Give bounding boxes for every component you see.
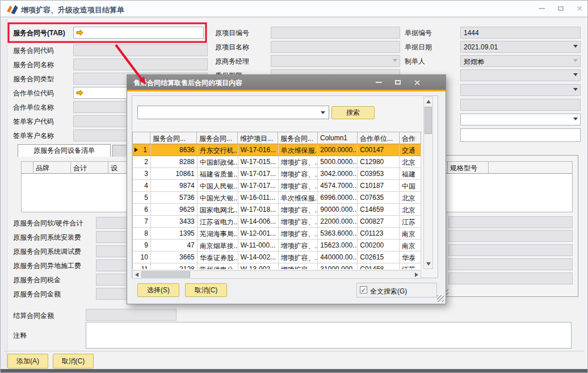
- grid-cell[interactable]: 增项扩容、...: [279, 180, 318, 192]
- middle-field-input-1[interactable]: [271, 41, 400, 53]
- grid-cell[interactable]: 7: [133, 216, 151, 228]
- grid-cell[interactable]: 增项扩容、...: [279, 168, 318, 180]
- dialog-close-button[interactable]: ✕: [410, 77, 425, 87]
- grid-cell[interactable]: 5736: [151, 192, 198, 204]
- column-header[interactable]: 合计: [71, 161, 108, 174]
- grid-cell[interactable]: 6: [133, 204, 151, 216]
- grid-cell[interactable]: W-11-000...: [238, 240, 279, 252]
- settlement-amount-field[interactable]: [86, 309, 177, 321]
- grid-cell[interactable]: 1: [133, 144, 151, 156]
- grid-cell[interactable]: 江苏: [400, 263, 421, 269]
- column-header[interactable]: 服务合同...: [197, 132, 238, 144]
- right-detail-input-3[interactable]: [448, 258, 573, 270]
- grid-cell[interactable]: 5000.0000...: [318, 156, 358, 168]
- vertical-scrollbar[interactable]: [423, 97, 433, 269]
- grid-cell[interactable]: 3042.0000...: [318, 168, 358, 180]
- grid-cell[interactable]: 2128: [151, 263, 198, 269]
- column-header[interactable]: Column1: [318, 132, 358, 144]
- grid-cell[interactable]: 9629: [151, 204, 198, 216]
- grid-cell[interactable]: 交通: [400, 144, 421, 156]
- grid-cell[interactable]: C03953: [358, 168, 400, 180]
- column-header[interactable]: [132, 132, 150, 144]
- table-row[interactable]: 310861福建省质量...W-17-017...增项扩容、...3042.00…: [133, 168, 421, 180]
- grid-cell[interactable]: 2: [133, 156, 151, 168]
- grid-cell[interactable]: 北京: [400, 192, 421, 204]
- resize-grip-icon[interactable]: [437, 295, 444, 302]
- grid-cell[interactable]: C14659: [358, 204, 400, 216]
- grid-cell[interactable]: 11: [133, 263, 151, 269]
- grid-cell[interactable]: 中国: [400, 180, 421, 192]
- grid-cell[interactable]: 江苏: [400, 216, 421, 228]
- notes-textarea[interactable]: [86, 322, 572, 349]
- grid-cell[interactable]: W-13-002...: [238, 263, 279, 269]
- grid-cell[interactable]: 440000.00...: [318, 252, 358, 263]
- grid-cell[interactable]: 8288: [151, 156, 198, 168]
- grid-cell[interactable]: 增项扩容、...: [279, 252, 318, 263]
- table-row[interactable]: 112128常州供电公...W-13-002...增项扩容、...31000.0…: [133, 263, 421, 269]
- chevron-down-icon[interactable]: [573, 88, 578, 91]
- fulltext-search-checkbox[interactable]: ✓: [360, 286, 367, 294]
- table-row[interactable]: 81395芜湖海事局...W-12-001...增项扩容、...5363.600…: [133, 228, 421, 240]
- grid-cell[interactable]: W-16-011...: [238, 192, 279, 204]
- grid-cell[interactable]: 增项扩容、...: [279, 240, 318, 252]
- grid-cell[interactable]: 9874: [151, 180, 198, 192]
- maximize-button[interactable]: [552, 1, 569, 16]
- scrollbar-thumb[interactable]: [141, 271, 190, 278]
- table-row[interactable]: 49874中国人民银...W-17-017...增项扩容、...4574.700…: [133, 180, 421, 192]
- grid-cell[interactable]: 5: [133, 192, 151, 204]
- dialog-minimize-button[interactable]: [371, 77, 386, 87]
- left-field-input-0[interactable]: [73, 27, 204, 39]
- grid-cell[interactable]: 南京: [400, 240, 421, 252]
- grid-cell[interactable]: C00200: [358, 240, 400, 252]
- right-field-input-4[interactable]: [460, 84, 581, 96]
- chevron-down-icon[interactable]: [573, 118, 578, 120]
- grid-cell[interactable]: 3: [133, 168, 151, 180]
- table-row[interactable]: 18636丹东交行机...W-17-016...单次维保服...2000.000…: [133, 144, 421, 156]
- chevron-down-icon[interactable]: [573, 73, 578, 76]
- grid-cell[interactable]: C07635: [358, 192, 400, 204]
- table-row[interactable]: 69629国家电网北...W-17-018...增项扩容、...90000.00…: [133, 204, 421, 216]
- grid-cell[interactable]: 北京: [400, 204, 421, 216]
- dialog-titlebar[interactable]: 售后合同结算取售后合同的项目内容 ✕: [127, 75, 446, 90]
- horizontal-scrollbar[interactable]: [132, 270, 421, 279]
- grid-cell[interactable]: 北京: [400, 156, 421, 168]
- grid-cell[interactable]: C12980: [358, 156, 400, 168]
- grid-cell[interactable]: 单次维保服...: [279, 144, 318, 156]
- column-header[interactable]: [21, 161, 33, 174]
- tab-equipment-list[interactable]: 原服务合同设备清单: [18, 144, 111, 157]
- grid-cell[interactable]: 福建省质量...: [198, 168, 238, 180]
- scroll-up-icon[interactable]: [426, 100, 431, 103]
- grid-cell[interactable]: 9: [133, 240, 151, 252]
- grid-cell[interactable]: 华泰: [400, 252, 421, 263]
- grid-cell[interactable]: 3665: [151, 252, 198, 263]
- grid-cell[interactable]: W-17-015...: [238, 156, 279, 168]
- scroll-right-icon[interactable]: [415, 273, 418, 277]
- grid-cell[interactable]: 华泰证券股...: [198, 252, 238, 263]
- grid-cell[interactable]: 中国人民银...: [198, 180, 238, 192]
- scroll-left-icon[interactable]: [135, 273, 138, 277]
- column-header[interactable]: 合作: [400, 132, 421, 144]
- grid-cell[interactable]: 中国光大银...: [198, 192, 238, 204]
- grid-cell[interactable]: 90000.000...: [318, 204, 358, 216]
- table-row[interactable]: 28288中国邮政储...W-17-015...增项扩容、...5000.000…: [133, 156, 421, 168]
- grid-cell[interactable]: W-12-001...: [238, 228, 279, 240]
- chevron-down-icon[interactable]: [321, 111, 325, 114]
- grid-cell[interactable]: 南京: [400, 228, 421, 240]
- right-detail-input-2[interactable]: [448, 244, 573, 256]
- grid-cell[interactable]: W-14-002...: [238, 252, 279, 263]
- middle-field-input-2[interactable]: [271, 55, 400, 67]
- table-row[interactable]: 947南京烟草接...W-11-000...增项扩容、...15623.000.…: [133, 240, 421, 252]
- grid-cell[interactable]: 31000.000...: [318, 263, 358, 269]
- right-field-input-6[interactable]: [460, 114, 581, 125]
- right-field-input-2[interactable]: 郑熠桦: [460, 55, 581, 67]
- grid-cell[interactable]: 10861: [151, 168, 198, 180]
- right-field-input-1[interactable]: 2021.09.01: [460, 41, 581, 53]
- column-header[interactable]: [489, 161, 573, 174]
- column-header[interactable]: 合作单位...: [358, 132, 400, 144]
- grid-cell[interactable]: 南京烟草接...: [198, 240, 238, 252]
- grid-cell[interactable]: 丹东交行机...: [198, 144, 238, 156]
- grid-cell[interactable]: 江苏省电力...: [198, 216, 238, 228]
- right-field-input-3[interactable]: [460, 69, 581, 81]
- search-combobox[interactable]: [137, 106, 329, 119]
- column-header[interactable]: 品牌: [33, 161, 71, 174]
